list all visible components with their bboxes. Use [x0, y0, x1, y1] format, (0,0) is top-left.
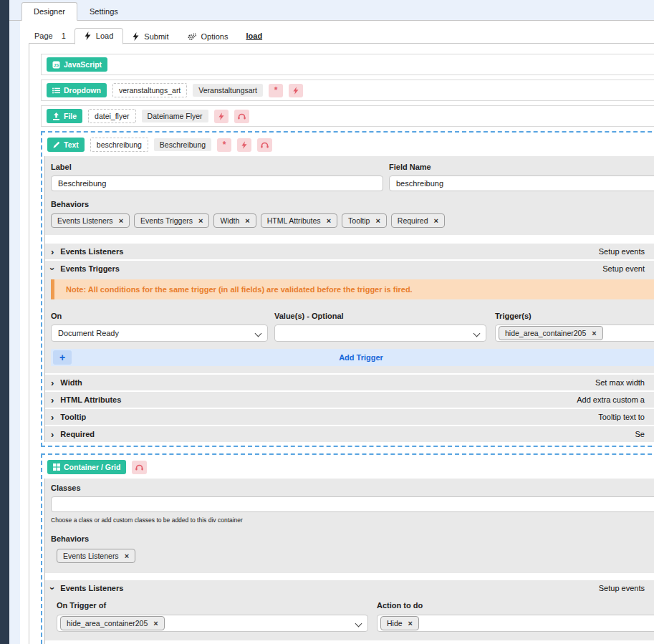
remove-icon[interactable]: × — [375, 218, 380, 224]
behavior-chip[interactable]: Width× — [213, 213, 256, 228]
remove-icon[interactable]: × — [119, 218, 123, 224]
remove-icon[interactable]: × — [198, 218, 203, 224]
behavior-chip[interactable]: Events Triggers× — [134, 213, 209, 228]
remove-icon[interactable]: × — [153, 620, 158, 627]
file-badge-label: File — [64, 112, 77, 120]
javascript-badge: JS JavaScript — [47, 57, 107, 72]
accordion-tooltip[interactable]: ›Tooltip Tooltip text to — [45, 409, 654, 425]
events-badge — [237, 138, 251, 152]
remove-icon[interactable]: × — [408, 620, 413, 627]
behavior-chip[interactable]: HTML Attributes× — [261, 213, 337, 228]
svg-text:JS: JS — [54, 63, 59, 67]
list-icon — [52, 87, 60, 94]
listener-badge — [234, 110, 249, 123]
accordion-title: Tooltip — [60, 413, 86, 421]
field-block-text-selected[interactable]: Text beschreibung Beschreibung * — [41, 131, 654, 447]
behavior-chips: Events Listeners× Events Triggers× Width… — [51, 213, 654, 228]
accordion-required[interactable]: ›Required Se — [45, 426, 654, 442]
remove-icon[interactable]: × — [327, 218, 331, 224]
section-tooltip: ›Tooltip Tooltip text to — [45, 409, 654, 425]
trigger-chip[interactable]: hide_area_container205× — [499, 326, 603, 340]
triggers-select[interactable]: hide_area_container205× — [495, 325, 654, 342]
text-badge-label: Text — [64, 140, 79, 149]
events-badge — [214, 110, 229, 123]
behavior-chip[interactable]: Tooltip× — [342, 213, 387, 228]
tab-submit[interactable]: Submit — [123, 29, 178, 44]
tab-submit-label: Submit — [144, 32, 168, 41]
field-label-chip: Veranstaltungsart — [193, 84, 263, 97]
trigger-chip[interactable]: hide_area_container205× — [60, 616, 165, 630]
events-badge — [289, 84, 303, 97]
form-canvas: JS JavaScript Dropdown — [29, 43, 654, 644]
accordion-html-attributes[interactable]: ›HTML Attributes Add extra custom a — [45, 392, 654, 408]
listener-row: On Trigger of hide_area_container205× Ac… — [45, 596, 654, 640]
chip-label: hide_area_container205 — [67, 619, 148, 628]
left-navy-rail — [0, 0, 9, 644]
load-link[interactable]: load — [237, 29, 271, 44]
remove-icon[interactable]: × — [592, 330, 596, 337]
container-classes-section: Classes Choose a class or add custom cla… — [45, 479, 654, 573]
asterisk-icon: * — [274, 85, 278, 95]
triggers-header: Trigger(s) — [495, 309, 654, 325]
remove-icon[interactable]: × — [433, 218, 438, 224]
on-select[interactable]: Document Ready — [51, 325, 268, 342]
on-trigger-of-header: On Trigger of — [57, 599, 368, 615]
action-select[interactable]: Hide× — [377, 615, 654, 632]
headphones-icon — [135, 464, 143, 471]
behavior-chip[interactable]: Events Listeners× — [51, 213, 130, 228]
container-block-header[interactable]: Container / Grid — [44, 457, 654, 479]
remove-icon[interactable]: × — [245, 218, 249, 224]
action-chip[interactable]: Hide× — [380, 616, 419, 630]
lightning-icon — [293, 87, 299, 95]
on-trigger-select[interactable]: hide_area_container205× — [57, 615, 368, 632]
chevron-right-icon: › — [51, 249, 54, 255]
tab-options[interactable]: Options — [178, 29, 238, 44]
accordion-hint: Add extra custom a — [577, 395, 654, 404]
values-select[interactable] — [274, 325, 486, 342]
listener-badge — [257, 138, 272, 152]
accordion-container-events-listeners[interactable]: ›Events Listeners Setup events — [45, 580, 654, 596]
field-label-chip: Dateiname Flyer — [142, 110, 208, 122]
classes-input[interactable] — [51, 496, 654, 512]
remove-icon[interactable]: × — [125, 553, 129, 559]
page-number: 1 — [62, 32, 66, 40]
chevron-right-icon: › — [51, 397, 54, 403]
field-block-container-selected[interactable]: Container / Grid Classes — [41, 453, 654, 644]
add-trigger-link[interactable]: Add Trigger — [339, 353, 383, 362]
behaviors-header: Behaviors — [51, 200, 654, 208]
app-window: Designer Settings Page 1 Load Submit — [0, 0, 654, 644]
text-fields-section: Label Field Name Behaviors Events — [45, 156, 654, 235]
values-header: Value(s) - Optional — [274, 309, 486, 325]
lightning-icon — [133, 32, 139, 41]
text-settings-panel: Label Field Name Behaviors Events — [44, 156, 654, 442]
chip-label: Events Triggers — [140, 216, 193, 225]
field-name-input[interactable] — [389, 176, 654, 191]
label-input[interactable] — [51, 176, 383, 191]
container-badge-label: Container / Grid — [64, 463, 120, 471]
tab-settings[interactable]: Settings — [77, 2, 130, 21]
page-indicator: Page 1 — [34, 29, 74, 44]
tab-load-label: Load — [96, 32, 113, 40]
behavior-chip[interactable]: Events Listeners× — [57, 549, 135, 563]
accordion-events-listeners[interactable]: ›Events Listeners Setup events — [45, 244, 654, 259]
chevron-down-icon — [473, 330, 481, 337]
text-badge: Text — [47, 138, 85, 152]
tab-load[interactable]: Load — [74, 28, 123, 44]
field-block-dropdown[interactable]: Dropdown veranstaltungs_art Veranstaltun… — [41, 80, 654, 101]
lightning-icon — [241, 141, 247, 149]
accordion-events-triggers[interactable]: ›Events Triggers Setup event — [45, 261, 654, 277]
section-required: ›Required Se — [45, 426, 654, 442]
field-block-javascript[interactable]: JS JavaScript — [41, 54, 654, 75]
chevron-down-icon — [355, 620, 362, 628]
tab-designer[interactable]: Designer — [21, 2, 77, 21]
accordion-title: Events Listeners — [60, 247, 123, 256]
accordion-width[interactable]: ›Width Set max width — [45, 375, 654, 390]
listener-badge — [132, 461, 147, 474]
text-block-header[interactable]: Text beschreibung Beschreibung * — [44, 135, 654, 156]
field-name-chip: veranstaltungs_art — [112, 83, 187, 97]
page-toolbar: Page 1 Load Submit Opti — [34, 27, 654, 44]
section-width: ›Width Set max width — [45, 375, 654, 390]
add-trigger-plus-button[interactable]: + — [53, 350, 72, 365]
field-block-file[interactable]: File datei_flyer Dateiname Flyer — [41, 105, 654, 127]
behavior-chip[interactable]: Required× — [391, 213, 445, 228]
